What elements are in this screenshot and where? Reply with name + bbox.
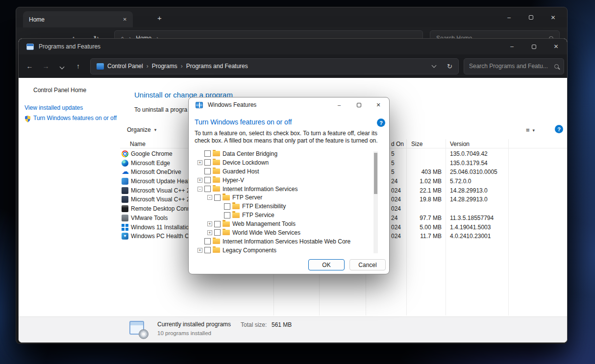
column-header-version[interactable]: Version [450,141,470,147]
google-chrome-icon [122,150,128,157]
breadcrumb-control-panel[interactable]: Control Panel [107,63,143,70]
maximize-icon[interactable] [520,7,542,27]
program-version: 1.4.19041.5003 [450,224,491,231]
program-version: 4.0.2410.23001 [450,233,491,240]
tree-item[interactable]: Legacy Components [194,246,379,255]
tree-item[interactable]: Web Management Tools [194,219,379,228]
feature-checkbox[interactable] [224,203,230,210]
feature-checkbox[interactable] [204,186,211,192]
minimize-icon[interactable]: – [501,39,523,54]
collapse-icon[interactable] [198,187,202,192]
column-header-size[interactable]: Size [411,141,422,147]
back-icon[interactable]: ← [22,62,38,70]
feature-label: FTP Service [242,212,274,218]
expand-icon[interactable] [198,160,202,165]
tree-item[interactable]: Guarded Host [194,167,379,176]
feature-checkbox[interactable] [204,159,211,166]
tree-item[interactable]: Internet Information Services [194,185,379,194]
sidebar-item-control-panel-home[interactable]: Control Panel Home [33,87,86,94]
collapse-icon[interactable] [207,195,212,200]
program-installed-on: 24 [391,178,397,185]
breadcrumb-programs-and-features[interactable]: Programs and Features [186,63,248,70]
feature-checkbox[interactable] [204,177,211,183]
address-dropdown-icon[interactable] [432,63,437,68]
feature-checkbox[interactable] [214,221,221,227]
expand-icon[interactable] [207,230,212,235]
ok-button[interactable]: OK [308,259,345,270]
folder-icon [213,177,220,183]
sidebar-link-turn-windows-features[interactable]: Turn Windows features on or off [33,115,121,122]
feature-checkbox[interactable] [214,194,221,201]
breadcrumb-chevron-icon: › [181,63,183,70]
folder-icon [213,151,220,156]
tree-item[interactable]: FTP Extensibility [194,202,379,211]
tree-scrollbar[interactable] [373,151,378,253]
tree-item[interactable]: World Wide Web Services [194,228,379,237]
column-header-installed-on[interactable]: d On [391,141,404,147]
feature-checkbox[interactable] [224,212,230,218]
breadcrumb-programs[interactable]: Programs [152,63,177,70]
feature-checkbox[interactable] [214,229,221,236]
cancel-button[interactable]: Cancel [349,259,386,270]
feature-label: World Wide Web Services [232,229,300,236]
help-icon[interactable]: ? [377,119,385,127]
windows-logo-icon [122,224,128,231]
new-tab-icon[interactable]: + [157,14,162,22]
sidebar-link-view-installed-updates[interactable]: View installed updates [25,104,83,111]
feature-checkbox[interactable] [204,168,211,174]
expand-icon[interactable] [207,221,212,226]
feature-checkbox[interactable] [204,247,211,253]
expand-icon[interactable] [198,248,202,253]
tree-item[interactable]: FTP Service [194,211,379,219]
program-name: Microsoft Edge [131,160,170,167]
folder-icon [223,230,230,235]
address-bar[interactable]: Control Panel › Programs › Programs and … [90,58,459,74]
program-size: 11.7 MB [406,233,442,240]
column-header-name[interactable]: Name [130,141,146,147]
dialog-window-controls: – ✕ [329,97,388,112]
feature-label: FTP Extensibility [242,203,286,210]
dialog-description: To turn a feature on, select its check b… [195,130,382,145]
scrollbar-thumb[interactable] [374,153,377,194]
folder-icon [213,239,220,244]
status-total-size-value: 561 MB [272,321,292,328]
maximize-icon[interactable] [349,97,369,112]
minimize-icon[interactable]: – [498,7,520,27]
explorer-window-controls: – ✕ [498,7,564,27]
tree-item[interactable]: Data Center Bridging [194,149,379,158]
program-size: 97.7 MB [406,215,442,221]
program-name: Windows 11 Installatio [131,224,189,231]
explorer-tab-home[interactable]: Home ✕ [23,11,133,27]
status-label: Currently installed programs [157,321,231,328]
forward-icon[interactable]: → [38,62,54,70]
feature-checkbox[interactable] [204,150,211,157]
search-box[interactable]: Search Programs and Featu... [464,58,564,74]
feature-checkbox[interactable] [204,238,211,244]
tab-close-icon[interactable]: ✕ [123,17,127,22]
minimize-icon[interactable]: – [329,97,349,112]
pc-health-check-icon [122,233,128,240]
expand-icon[interactable] [198,178,202,183]
close-icon[interactable]: ✕ [542,7,564,27]
recent-locations-icon[interactable] [54,62,70,70]
up-icon[interactable]: ↑ [70,62,86,70]
program-version: 5.72.0.0 [450,178,471,185]
update-health-tools-icon [122,178,128,185]
program-installed-on: 024 [391,196,401,203]
organize-button[interactable]: Organize ▾ [127,126,156,133]
program-installed-on: 024 [391,187,401,194]
maximize-icon[interactable] [523,39,545,54]
change-view-button[interactable]: ≡ ▾ [526,126,535,134]
window-title: Programs and Features [39,43,100,50]
expander-placeholder [198,151,202,156]
tree-item[interactable]: Hyper-V [194,176,379,185]
titlebar: Programs and Features [19,39,567,54]
refresh-icon[interactable]: ↻ [447,63,452,70]
tree-item[interactable]: Device Lockdown [194,158,379,167]
tree-item[interactable]: FTP Server [194,193,379,202]
close-icon[interactable]: ✕ [545,39,567,54]
close-icon[interactable]: ✕ [369,97,388,112]
features-tree: Data Center Bridging Device Lockdown Gua… [194,149,379,255]
help-icon[interactable]: ? [555,125,563,133]
tree-item[interactable]: Internet Information Services Hostable W… [194,237,379,246]
